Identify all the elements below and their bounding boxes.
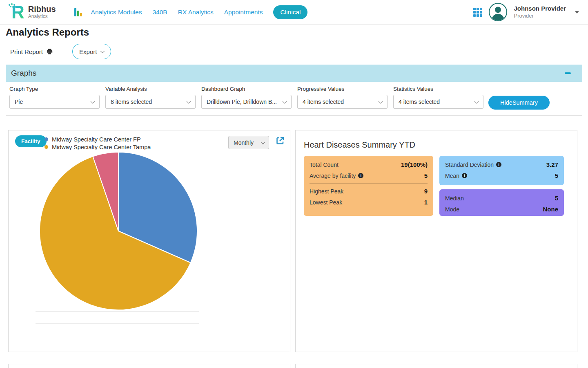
card-divider xyxy=(310,183,428,184)
legend-item[interactable]: Midway Specialty Care Center FP xyxy=(45,135,151,143)
next-panel-left xyxy=(8,364,290,368)
row-value: 5 xyxy=(555,172,558,179)
nav-clinical-active[interactable]: Clinical xyxy=(273,5,307,19)
row-label: Mean i xyxy=(445,173,467,179)
row-value: 9 xyxy=(424,188,428,195)
row-value: 19(100%) xyxy=(401,161,428,168)
bar-chart-icon xyxy=(74,8,82,16)
selected-value: 4 items selected xyxy=(303,99,344,105)
facility-button[interactable]: Facility xyxy=(15,135,47,147)
ribhus-logo-icon: R xyxy=(11,3,24,21)
summary-row: Mode None xyxy=(445,204,558,215)
summary-row: Standard Deviation i 3.27 xyxy=(445,159,558,170)
count-summary-card: Total Count 19(100%) Average by facility… xyxy=(304,156,433,216)
control-dashboard-graph: Dashboard Graph Drilldown Pie, Drilldown… xyxy=(201,86,297,115)
brand-name: Ribhus xyxy=(28,5,56,13)
user-menu-caret-icon[interactable] xyxy=(575,11,579,13)
user-info[interactable]: Johnson Provider Provider xyxy=(514,5,566,19)
selected-value: 4 items selected xyxy=(399,99,440,105)
selected-value: Drilldown Pie, Drilldown B... xyxy=(207,99,277,105)
print-report-button[interactable]: Print Report xyxy=(10,48,53,55)
graphs-section: Graphs Graph Type Pie Variable Analysis … xyxy=(6,65,582,116)
row-value: 5 xyxy=(555,195,558,202)
control-label: Graph Type xyxy=(9,86,105,92)
top-navigation-bar: R Ribhus Analytics Analytics Modules 340… xyxy=(0,0,588,25)
control-variable-analysis: Variable Analysis 8 items selected xyxy=(105,86,201,115)
nav-appointments[interactable]: Appointments xyxy=(224,9,263,16)
pie-chart-panel: Facility Midway Specialty Care Center FP… xyxy=(8,130,290,352)
chevron-down-icon xyxy=(282,99,287,103)
summary-row: Total Count 19(100%) xyxy=(310,159,428,170)
stats-summary-card: Standard Deviation i 3.27 Mean i 5 xyxy=(439,156,564,185)
brand-subtitle: Analytics xyxy=(28,13,56,19)
row-value: 5 xyxy=(424,172,428,179)
control-graph-type: Graph Type Pie xyxy=(9,86,105,115)
nav-340b[interactable]: 340B xyxy=(152,9,167,16)
control-label: Variable Analysis xyxy=(105,86,201,92)
person-silhouette-icon xyxy=(490,4,506,20)
row-label: Highest Peak xyxy=(310,188,343,195)
selected-value: Pie xyxy=(15,99,23,105)
summary-row: Median 5 xyxy=(445,193,558,204)
nav-rx-analytics[interactable]: RX Analytics xyxy=(178,9,214,16)
expand-icon[interactable] xyxy=(276,136,285,145)
apps-grid-icon[interactable] xyxy=(473,8,482,17)
selected-period: Monthly xyxy=(234,139,254,146)
row-label: Total Count xyxy=(310,162,339,168)
pie-chart[interactable] xyxy=(39,151,198,311)
main-nav: Analytics Modules 340B RX Analytics Appo… xyxy=(74,5,308,19)
report-toolbar: Print Report Export xyxy=(10,43,588,60)
summary-row: Mean i 5 xyxy=(445,170,558,181)
progressive-values-select[interactable]: 4 items selected xyxy=(297,95,388,109)
graphs-section-header: Graphs xyxy=(6,65,582,82)
row-label: Median xyxy=(445,195,464,202)
printer-icon xyxy=(46,48,53,55)
user-role: Provider xyxy=(514,13,566,19)
summary-row: Average by facility i 5 xyxy=(310,170,428,181)
legend-item[interactable]: Midway Specialty Care Center Tampa xyxy=(45,143,151,150)
info-icon[interactable]: i xyxy=(496,162,501,167)
header-divider xyxy=(66,4,66,21)
legend-dot-icon xyxy=(45,145,48,149)
next-panel-right xyxy=(295,364,577,368)
row-label: Standard Deviation i xyxy=(445,162,501,168)
graph-type-select[interactable]: Pie xyxy=(9,95,100,109)
nav-analytics-modules[interactable]: Analytics Modules xyxy=(91,9,142,16)
user-name: Johnson Provider xyxy=(514,5,566,13)
chevron-down-icon xyxy=(474,99,479,103)
chevron-down-icon xyxy=(186,99,191,103)
header-right: Johnson Provider Provider xyxy=(473,3,579,21)
chart-footer-line xyxy=(36,311,199,312)
row-label: Lowest Peak xyxy=(310,199,342,206)
summary-panel: Heart Diseases Summary YTD Total Count 1… xyxy=(295,130,577,352)
hide-summary-button[interactable]: HideSummary xyxy=(488,96,550,110)
legend-dot-icon xyxy=(45,137,48,141)
variable-analysis-select[interactable]: 8 items selected xyxy=(105,95,196,109)
export-button[interactable]: Export xyxy=(72,44,111,59)
statistics-values-select[interactable]: 4 items selected xyxy=(393,95,483,109)
median-summary-card: Median 5 Mode None xyxy=(439,189,564,216)
summary-row: Highest Peak 9 xyxy=(310,186,428,197)
dashboard-graph-select[interactable]: Drilldown Pie, Drilldown B... xyxy=(201,95,292,109)
graphs-section-title: Graphs xyxy=(11,69,36,78)
selected-value: 8 items selected xyxy=(111,99,152,105)
control-statistics-values: Statistics Values 4 items selected xyxy=(393,86,489,115)
export-label: Export xyxy=(79,48,97,55)
row-value: 3.27 xyxy=(546,161,558,168)
chevron-down-icon xyxy=(100,49,105,53)
info-icon[interactable]: i xyxy=(462,173,467,178)
collapse-minus-icon[interactable] xyxy=(565,72,571,74)
chevron-down-icon xyxy=(261,139,265,144)
info-icon[interactable]: i xyxy=(358,173,363,178)
brand-text: Ribhus Analytics xyxy=(28,5,56,19)
pie-legend: Midway Specialty Care Center FP Midway S… xyxy=(45,135,151,150)
control-label: Dashboard Graph xyxy=(201,86,297,92)
period-select[interactable]: Monthly xyxy=(228,136,269,149)
chevron-down-icon xyxy=(90,99,95,103)
page-title: Analytics Reports xyxy=(6,27,588,38)
brand-logo[interactable]: R Ribhus Analytics xyxy=(11,3,56,21)
avatar[interactable] xyxy=(489,3,507,21)
row-value: 1 xyxy=(424,199,428,206)
legend-label: Midway Specialty Care Center FP xyxy=(52,136,141,143)
chevron-down-icon xyxy=(378,99,383,103)
